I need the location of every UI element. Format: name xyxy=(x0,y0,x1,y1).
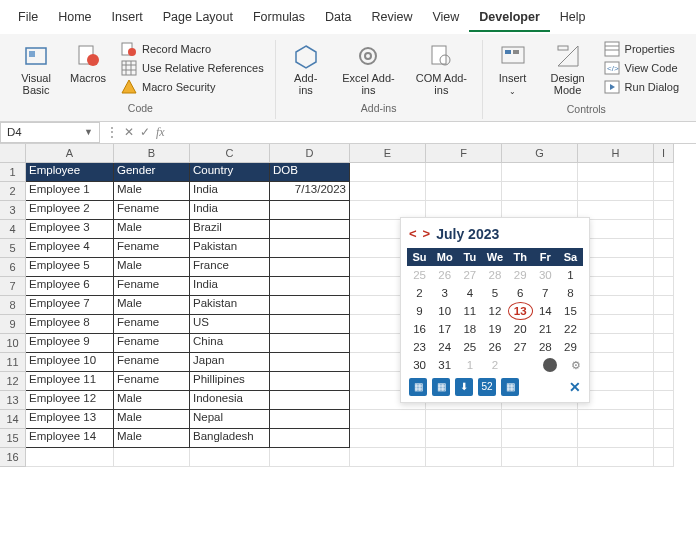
row-header-4[interactable]: 4 xyxy=(0,220,26,239)
column-header-H[interactable]: H xyxy=(578,144,654,163)
cell-C13[interactable]: Indonesia xyxy=(190,391,270,410)
day-29[interactable]: 29 xyxy=(508,266,533,284)
cell-A6[interactable]: Employee 5 xyxy=(26,258,114,277)
cell-A16[interactable] xyxy=(26,448,114,467)
dp-tool-1[interactable]: ▦ xyxy=(409,378,427,396)
cell-D5[interactable] xyxy=(270,239,350,258)
cell-I3[interactable] xyxy=(654,201,674,220)
column-header-B[interactable]: B xyxy=(114,144,190,163)
cell-I1[interactable] xyxy=(654,163,674,182)
cell-C1[interactable]: Country xyxy=(190,163,270,182)
cell-D15[interactable] xyxy=(270,429,350,448)
dp-tool-4[interactable]: 52 xyxy=(478,378,496,396)
formula-input[interactable] xyxy=(171,122,696,143)
cell-B9[interactable]: Fename xyxy=(114,315,190,334)
cell-A5[interactable]: Employee 4 xyxy=(26,239,114,258)
row-header-2[interactable]: 2 xyxy=(0,182,26,201)
day-24[interactable]: 24 xyxy=(432,338,457,356)
day-19[interactable]: 19 xyxy=(482,320,507,338)
cell-G1[interactable] xyxy=(502,163,578,182)
cell-B8[interactable]: Male xyxy=(114,296,190,315)
day-11[interactable]: 11 xyxy=(457,302,482,320)
day-27[interactable]: 27 xyxy=(457,266,482,284)
formula-options-icon[interactable]: ⋮ xyxy=(106,125,118,139)
cell-F1[interactable] xyxy=(426,163,502,182)
row-header-6[interactable]: 6 xyxy=(0,258,26,277)
cell-E2[interactable] xyxy=(350,182,426,201)
run-dialog-button[interactable]: Run Dialog xyxy=(601,78,682,96)
row-header-15[interactable]: 15 xyxy=(0,429,26,448)
cell-B10[interactable]: Fename xyxy=(114,334,190,353)
cell-C2[interactable]: India xyxy=(190,182,270,201)
cell-D8[interactable] xyxy=(270,296,350,315)
day-27[interactable]: 27 xyxy=(508,338,533,356)
cell-I2[interactable] xyxy=(654,182,674,201)
day-6[interactable]: 6 xyxy=(508,284,533,302)
cell-C5[interactable]: Pakistan xyxy=(190,239,270,258)
cell-F16[interactable] xyxy=(426,448,502,467)
day-3[interactable]: 3 xyxy=(432,284,457,302)
fx-icon[interactable]: fx xyxy=(156,125,165,140)
day-25[interactable]: 25 xyxy=(407,266,432,284)
name-box[interactable]: D4 ▼ xyxy=(0,122,100,143)
cell-H2[interactable] xyxy=(578,182,654,201)
day-10[interactable]: 10 xyxy=(432,302,457,320)
day-22[interactable]: 22 xyxy=(558,320,583,338)
row-header-16[interactable]: 16 xyxy=(0,448,26,467)
clock-icon[interactable] xyxy=(543,358,557,372)
cell-H16[interactable] xyxy=(578,448,654,467)
settings-icon[interactable]: ⚙ xyxy=(571,359,581,372)
menu-insert[interactable]: Insert xyxy=(102,4,153,32)
row-header-8[interactable]: 8 xyxy=(0,296,26,315)
cell-C11[interactable]: Japan xyxy=(190,353,270,372)
cell-A11[interactable]: Employee 10 xyxy=(26,353,114,372)
cell-C3[interactable]: India xyxy=(190,201,270,220)
cell-C8[interactable]: Pakistan xyxy=(190,296,270,315)
column-header-I[interactable]: I xyxy=(654,144,674,163)
day-9[interactable]: 9 xyxy=(407,302,432,320)
record-macro-button[interactable]: Record Macro xyxy=(118,40,267,58)
day-2[interactable]: 2 xyxy=(482,356,507,374)
day-29[interactable]: 29 xyxy=(558,338,583,356)
visual-basic-button[interactable]: Visual Basic xyxy=(14,40,58,98)
menu-file[interactable]: File xyxy=(8,4,48,32)
cell-C7[interactable]: India xyxy=(190,277,270,296)
cell-A8[interactable]: Employee 7 xyxy=(26,296,114,315)
cell-A14[interactable]: Employee 13 xyxy=(26,410,114,429)
cell-A7[interactable]: Employee 6 xyxy=(26,277,114,296)
day-21[interactable]: 21 xyxy=(533,320,558,338)
day-4[interactable]: 4 xyxy=(457,284,482,302)
cell-A9[interactable]: Employee 8 xyxy=(26,315,114,334)
cell-E1[interactable] xyxy=(350,163,426,182)
cell-F15[interactable] xyxy=(426,429,502,448)
macro-security-button[interactable]: Macro Security xyxy=(118,78,267,96)
day-17[interactable]: 17 xyxy=(432,320,457,338)
cell-A10[interactable]: Employee 9 xyxy=(26,334,114,353)
cell-B6[interactable]: Male xyxy=(114,258,190,277)
row-header-9[interactable]: 9 xyxy=(0,315,26,334)
cell-B13[interactable]: Male xyxy=(114,391,190,410)
column-header-C[interactable]: C xyxy=(190,144,270,163)
day-7[interactable]: 7 xyxy=(533,284,558,302)
day-1[interactable]: 1 xyxy=(457,356,482,374)
properties-button[interactable]: Properties xyxy=(601,40,682,58)
day-1[interactable]: 1 xyxy=(558,266,583,284)
column-header-F[interactable]: F xyxy=(426,144,502,163)
com-addins-button[interactable]: COM Add-ins xyxy=(409,40,473,98)
macros-button[interactable]: Macros xyxy=(66,40,110,86)
day-28[interactable]: 28 xyxy=(533,338,558,356)
day-26[interactable]: 26 xyxy=(432,266,457,284)
dp-tool-5[interactable]: ▦ xyxy=(501,378,519,396)
cell-G14[interactable] xyxy=(502,410,578,429)
menu-data[interactable]: Data xyxy=(315,4,361,32)
column-header-G[interactable]: G xyxy=(502,144,578,163)
menu-page-layout[interactable]: Page Layout xyxy=(153,4,243,32)
cell-G2[interactable] xyxy=(502,182,578,201)
insert-button[interactable]: Insert⌄ xyxy=(491,40,535,99)
cell-C14[interactable]: Nepal xyxy=(190,410,270,429)
cell-B15[interactable]: Male xyxy=(114,429,190,448)
day-13[interactable]: 13 xyxy=(508,302,533,320)
day-8[interactable]: 8 xyxy=(558,284,583,302)
day-30[interactable]: 30 xyxy=(407,356,432,374)
row-header-3[interactable]: 3 xyxy=(0,201,26,220)
